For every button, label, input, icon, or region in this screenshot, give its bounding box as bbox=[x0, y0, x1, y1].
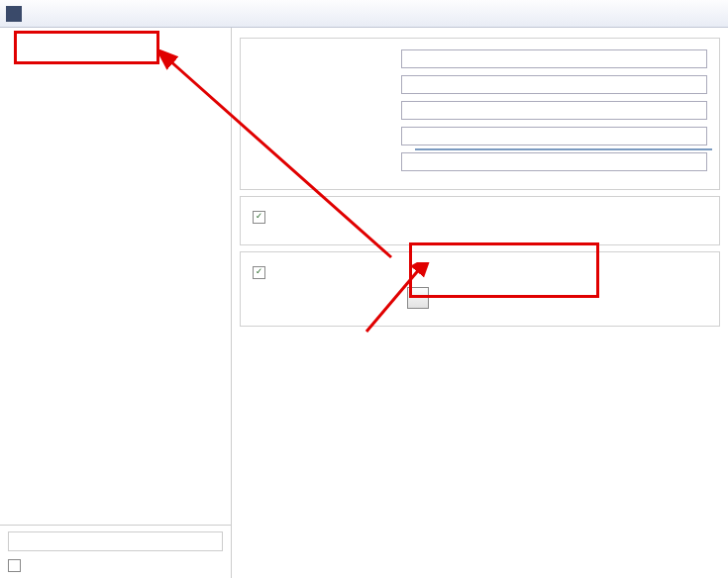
app-icon bbox=[6, 6, 22, 22]
show-advanced-checkbox[interactable] bbox=[8, 559, 21, 572]
language-dropdown[interactable] bbox=[415, 148, 712, 150]
sidebar bbox=[0, 28, 232, 578]
startup-group bbox=[240, 196, 720, 245]
check-latex-checkbox[interactable] bbox=[253, 211, 265, 224]
auto-check-checkbox[interactable] bbox=[253, 266, 265, 279]
titlebar bbox=[0, 0, 728, 28]
update-group bbox=[240, 251, 720, 327]
style-select[interactable] bbox=[401, 49, 707, 68]
sidebar-list bbox=[0, 28, 231, 525]
fontsize-input[interactable] bbox=[401, 127, 707, 145]
option-filter-input[interactable] bbox=[8, 531, 223, 551]
check-now-button[interactable] bbox=[407, 287, 429, 309]
font-select[interactable] bbox=[401, 101, 707, 120]
main-panel bbox=[232, 28, 728, 578]
language-select[interactable] bbox=[401, 152, 707, 171]
scheme-select[interactable] bbox=[401, 75, 707, 94]
appearance-group bbox=[240, 38, 720, 190]
